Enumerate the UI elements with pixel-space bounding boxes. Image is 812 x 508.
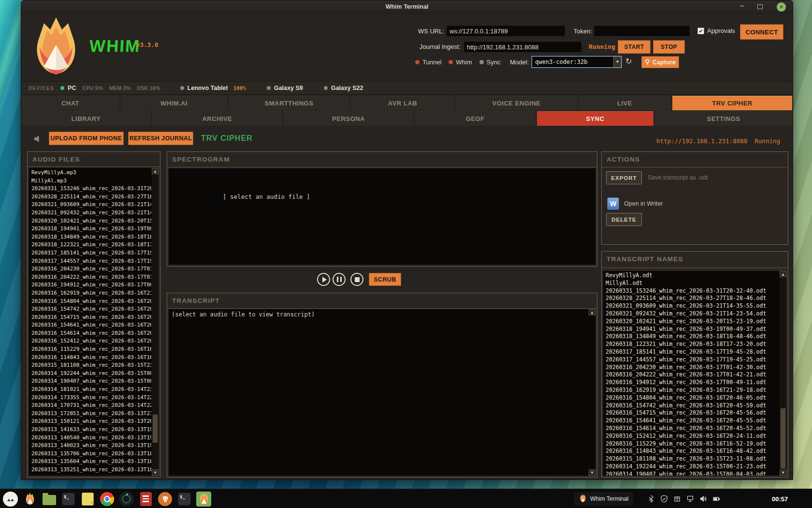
- audio-file-row[interactable]: 20260316_162919_whim_rec_2026-03-16T21-2…: [31, 289, 151, 298]
- audio-file-row[interactable]: 20260313_150121_whim_rec_2026-03-13T20-0…: [31, 418, 151, 426]
- transcript-name-row[interactable]: 20260316_152412_whim_rec_2026-03-16T20-2…: [606, 433, 779, 440]
- taskbar-whim-active-icon[interactable]: [196, 492, 211, 507]
- transcript-name-row[interactable]: 20260314_190407_whim_rec_2026-03-15T00-0…: [606, 471, 779, 476]
- audio-file-row[interactable]: 20260316_204230_whim_rec_2026-03-17T01-4…: [31, 265, 151, 273]
- transcript-name-row[interactable]: 20260321_092432_whim_rec_2026-03-21T14-2…: [606, 310, 779, 318]
- audio-file-row[interactable]: 20260316_114843_whim_rec_2026-03-16T16-4…: [31, 354, 151, 362]
- journal-ingest-input[interactable]: [464, 42, 581, 52]
- taskbar-terminal-2-icon[interactable]: $_: [177, 492, 192, 507]
- taskbar-launcher-icon[interactable]: [3, 492, 18, 507]
- tab-whim-ai[interactable]: WHIM.AI: [121, 96, 227, 110]
- audio-file-row[interactable]: 20260314_173355_whim_rec_2026-03-14T22-3…: [31, 394, 151, 402]
- scroll-up-icon[interactable]: ▲: [589, 309, 595, 315]
- device-lenovo-tablet[interactable]: Lenovo Tablet100%: [180, 85, 246, 91]
- audio-file-row[interactable]: 20260315_181108_whim_rec_2026-03-15T23-1…: [31, 361, 151, 370]
- tab-library[interactable]: LIBRARY: [21, 111, 151, 126]
- audio-file-row[interactable]: 20260316_154641_whim_rec_2026-03-16T20-4…: [31, 321, 151, 329]
- transcript-name-row[interactable]: 20260317_185141_whim_rec_2026-03-17T19-4…: [606, 348, 779, 356]
- taskbar-file-manager-icon[interactable]: [42, 492, 57, 507]
- model-select[interactable]: qwen3-coder:32b ▼: [532, 56, 622, 68]
- capture-button[interactable]: Capture: [641, 56, 679, 68]
- tab-live[interactable]: LIVE: [579, 96, 671, 110]
- audio-file-row[interactable]: 20260313_140023_whim_rec_2026-03-13T19-0…: [31, 442, 151, 450]
- tab-persona[interactable]: PERSONA: [284, 111, 413, 126]
- pause-button[interactable]: [333, 273, 346, 286]
- clock[interactable]: 00:57: [772, 495, 788, 503]
- audio-file-row[interactable]: 20260316_194912_whim_rec_2026-03-17T00-4…: [31, 281, 151, 289]
- device-pc[interactable]: PC: [60, 85, 76, 91]
- tab-settings[interactable]: SETTINGS: [655, 111, 792, 126]
- audio-file-row[interactable]: 20260313_091833_Voice 005_1.m4a: [31, 474, 151, 476]
- writer-icon[interactable]: W: [607, 197, 619, 210]
- names-list-scrollbar[interactable]: ▲ ▼: [780, 271, 786, 476]
- transcript-name-row[interactable]: 20260316_154804_whim_rec_2026-03-16T20-4…: [606, 394, 779, 402]
- tab-chat[interactable]: CHAT: [21, 96, 119, 110]
- audio-file-row[interactable]: 20260317_185141_whim_rec_2026-03-17T19-4…: [31, 249, 151, 257]
- transcript-name-row[interactable]: 20260320_102421_whim_rec_2026-03-20T15-2…: [606, 318, 779, 326]
- audio-file-row[interactable]: 20260314_192244_whim_rec_2026-03-15T00-2…: [31, 370, 151, 378]
- audio-file-row[interactable]: 20260316_115229_whim_rec_2026-03-16T16-5…: [31, 345, 151, 354]
- transcript-name-row[interactable]: 20260331_153246_whim_rec_2026-03-31T20-3…: [606, 287, 779, 295]
- transcript-name-row[interactable]: 20260315_181108_whim_rec_2026-03-15T23-1…: [606, 455, 779, 463]
- tray-network-icon[interactable]: [687, 495, 694, 503]
- transcript-name-row[interactable]: 20260318_194941_whim_rec_2026-03-19T00-4…: [606, 326, 779, 333]
- refresh-model-icon[interactable]: ↻: [625, 57, 632, 66]
- transcript-name-row[interactable]: 20260316_162919_whim_rec_2026-03-16T21-2…: [606, 387, 779, 394]
- tab-voice-engine[interactable]: VOICE ENGINE: [456, 96, 577, 110]
- scrollbar-thumb[interactable]: [153, 415, 158, 443]
- spectrogram-canvas[interactable]: [ select an audio file ]: [169, 168, 595, 265]
- taskbar-window-button[interactable]: Whim Terminal: [574, 492, 633, 506]
- taskbar-whim-flame-icon[interactable]: [22, 492, 37, 507]
- stop-button[interactable]: STOP: [653, 40, 685, 54]
- tab-smartthings[interactable]: SMARTTHINGS: [229, 96, 349, 110]
- scrollbar-thumb[interactable]: [781, 408, 785, 468]
- connect-button[interactable]: CONNECT: [740, 24, 783, 40]
- transcript-name-row[interactable]: 20260316_194912_whim_rec_2026-03-17T00-4…: [606, 379, 779, 387]
- transcript-name-row[interactable]: 20260314_192244_whim_rec_2026-03-15T00-2…: [606, 463, 779, 471]
- delete-button[interactable]: DELETE: [606, 213, 642, 226]
- tray-battery-icon[interactable]: [713, 495, 720, 503]
- scroll-up-icon[interactable]: ▲: [152, 168, 159, 174]
- titlebar[interactable]: Whim Terminal – ✕: [21, 0, 793, 14]
- audio-file-row[interactable]: 20260320_102421_whim_rec_2026-03-20T15-2…: [31, 217, 151, 225]
- transcript-name-row[interactable]: 20260316_154742_whim_rec_2026-03-16T20-4…: [606, 402, 779, 410]
- chevron-down-icon[interactable]: ▼: [613, 57, 621, 67]
- transcript-name-row[interactable]: 20260321_093609_whim_rec_2026-03-21T14-3…: [606, 302, 779, 310]
- audio-file-row[interactable]: 20260313_141633_whim_rec_2026-03-13T19-1…: [31, 426, 151, 434]
- audio-file-row[interactable]: 20260313_140540_whim_rec_2026-03-13T19-0…: [31, 434, 151, 442]
- token-input[interactable]: [594, 26, 690, 36]
- audio-file-row[interactable]: 20260314_170731_whim_rec_2026-03-14T22-0…: [31, 402, 151, 410]
- transcript-name-row[interactable]: 20260316_204222_whim_rec_2026-03-17T01-4…: [606, 371, 779, 379]
- transcript-name-row[interactable]: 20260328_225114_whim_rec_2026-03-27T18-2…: [606, 295, 779, 302]
- audio-file-row[interactable]: 20260316_152412_whim_rec_2026-03-16T20-2…: [31, 337, 151, 345]
- scroll-down-icon[interactable]: ▼: [589, 469, 595, 476]
- tab-archive[interactable]: ARCHIVE: [152, 111, 282, 126]
- audio-file-row[interactable]: 20260318_134849_whim_rec_2026-03-18T18-4…: [31, 233, 151, 241]
- stop-button[interactable]: [350, 273, 363, 286]
- transcript-name-row[interactable]: 20260316_154641_whim_rec_2026-03-16T20-4…: [606, 417, 779, 425]
- tray-shield-icon[interactable]: [661, 495, 668, 503]
- audio-files-list[interactable]: RevyMillyA.mp3MillyAl.mp320260331_153246…: [29, 168, 159, 476]
- taskbar-robot-icon[interactable]: [158, 492, 173, 507]
- transcript-textarea[interactable]: (select an audio file to view transcript…: [169, 309, 595, 476]
- taskbar-chrome-icon[interactable]: [100, 492, 115, 507]
- audio-file-row[interactable]: 20260331_153246_whim_rec_2026-03-31T20-3…: [31, 185, 151, 193]
- audio-file-row[interactable]: 20260316_154742_whim_rec_2026-03-16T20-4…: [31, 305, 151, 314]
- transcript-name-row[interactable]: 20260317_144557_whim_rec_2026-03-17T19-4…: [606, 356, 779, 364]
- speaker-icon[interactable]: [33, 134, 42, 145]
- audio-file-row[interactable]: 20260316_154715_whim_rec_2026-03-16T20-4…: [31, 314, 151, 322]
- play-button[interactable]: [317, 273, 330, 286]
- taskbar-notes-icon[interactable]: [80, 492, 95, 507]
- audio-file-row[interactable]: 20260314_190407_whim_rec_2026-03-15T00-0…: [31, 377, 151, 386]
- taskbar-terminal-icon[interactable]: $_: [61, 492, 76, 507]
- tab-trv-cipher[interactable]: TRV CIPHER: [672, 96, 792, 110]
- audio-file-row[interactable]: 20260321_092432_whim_rec_2026-03-21T14-2…: [31, 209, 151, 217]
- start-button[interactable]: START: [618, 40, 651, 54]
- audio-file-row[interactable]: 20260313_135604_whim_rec_2026-03-13T18-5…: [31, 458, 151, 466]
- close-button[interactable]: ✕: [777, 2, 786, 12]
- transcript-name-row[interactable]: 20260318_122321_whim_rec_2026-03-18T17-2…: [606, 341, 779, 348]
- minimize-button[interactable]: –: [738, 2, 746, 12]
- audio-file-row[interactable]: 20260316_204222_whim_rec_2026-03-17T01-4…: [31, 273, 151, 282]
- export-button[interactable]: EXPORT: [606, 171, 642, 184]
- transcript-name-row[interactable]: 20260316_114843_whim_rec_2026-03-16T16-4…: [606, 448, 779, 455]
